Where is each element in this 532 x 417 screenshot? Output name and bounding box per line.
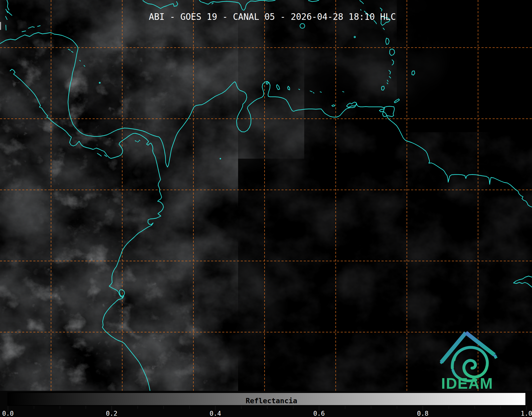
colorbar: Reflectancia 0.00.20.40.60.81.0 — [0, 391, 532, 417]
colorbar-minor-tick — [189, 406, 190, 409]
colorbar-minor-tick — [137, 406, 138, 409]
colorbar-minor-tick — [474, 406, 475, 409]
image-title: ABI - GOES 19 - CANAL 05 - 2026-04-28 18… — [0, 12, 532, 22]
logo-text: IDEAM — [441, 375, 493, 392]
colorbar-tick-label: 0.6 — [313, 410, 325, 417]
colorbar-minor-tick — [34, 406, 34, 409]
colorbar-minor-tick — [293, 406, 294, 409]
colorbar-tick-label: 0.0 — [2, 410, 13, 417]
ideam-logo: IDEAM — [436, 328, 499, 395]
colorbar-minor-tick — [241, 406, 242, 409]
colorbar-minor-tick — [267, 406, 268, 409]
colorbar-label: Reflectancia — [8, 397, 532, 405]
satellite-image-viewport: ABI - GOES 19 - CANAL 05 - 2026-04-28 18… — [0, 0, 532, 417]
colorbar-minor-tick — [85, 406, 86, 409]
colorbar-tick-label: 0.2 — [106, 410, 117, 417]
colorbar-minor-tick — [345, 406, 345, 409]
colorbar-minor-tick — [371, 406, 371, 409]
colorbar-minor-tick — [500, 406, 501, 409]
colorbar-minor-tick — [448, 406, 449, 409]
colorbar-minor-tick — [163, 406, 164, 409]
colorbar-tick-label: 0.4 — [210, 410, 221, 417]
edge-cloud-sliver — [0, 22, 1, 30]
colorbar-tick-label: 1.0 — [521, 410, 532, 417]
colorbar-tick-label: 0.8 — [417, 410, 428, 417]
colorbar-minor-tick — [397, 406, 397, 409]
colorbar-minor-tick — [60, 406, 60, 409]
